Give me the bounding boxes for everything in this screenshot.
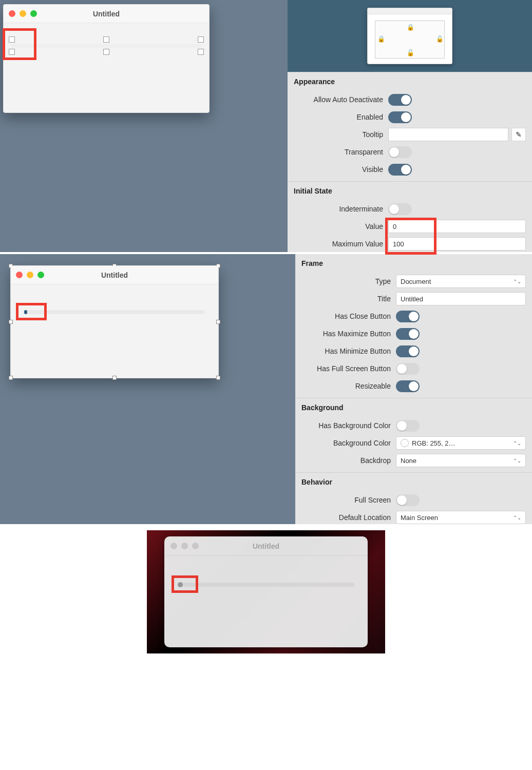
- minimize-icon[interactable]: [181, 543, 188, 549]
- has-full-screen-button-toggle[interactable]: [396, 363, 420, 375]
- select-value: RGB: 255, 2…: [412, 439, 455, 447]
- preview-window-thumb: 🔒 🔒 🔓 🔓: [367, 8, 452, 64]
- selection-handle[interactable]: [103, 36, 109, 43]
- section-heading: Background: [301, 403, 526, 412]
- row-maximum-value: Maximum Value: [294, 235, 526, 253]
- row-backdrop: Backdrop None ⌃⌄: [301, 452, 526, 469]
- has-minimize-button-toggle[interactable]: [396, 345, 420, 357]
- traffic-lights: [170, 543, 199, 549]
- row-default-location: Default Location Main Screen ⌃⌄: [301, 509, 526, 524]
- panel-2-canvas: Untitled: [0, 254, 295, 524]
- section-heading: Frame: [301, 259, 526, 267]
- has-background-color-toggle[interactable]: [396, 420, 420, 432]
- label: Value: [294, 222, 388, 230]
- chevron-updown-icon: ⌃⌄: [513, 279, 521, 284]
- runtime-background: Untitled: [147, 530, 385, 653]
- type-select[interactable]: Document ⌃⌄: [396, 275, 526, 288]
- row-has-full-screen-button: Has Full Screen Button: [301, 360, 526, 377]
- background-color-select[interactable]: RGB: 255, 2… ⌃⌄: [396, 436, 526, 450]
- label: Background Color: [301, 439, 396, 447]
- section-heading: Behavior: [301, 478, 526, 486]
- minimize-icon[interactable]: [20, 10, 26, 17]
- row-value: Value: [294, 218, 526, 235]
- label: Allow Auto Deactivate: [294, 95, 388, 104]
- row-resizeable: Resizeable: [301, 377, 526, 395]
- selection-handle[interactable]: [103, 49, 109, 55]
- label: Default Location: [301, 513, 396, 522]
- visible-toggle[interactable]: [388, 164, 412, 176]
- label: Title: [301, 295, 396, 303]
- label: Transparent: [294, 148, 388, 156]
- label: Visible: [294, 165, 388, 174]
- select-value: Main Screen: [401, 514, 438, 522]
- selection-handle[interactable]: [198, 36, 204, 43]
- chevron-updown-icon: ⌃⌄: [513, 458, 521, 464]
- label: Has Close Button: [301, 312, 396, 320]
- panel-2: Untitled Frame Type Document ⌃⌄: [0, 254, 532, 526]
- preview-area: 🔒 🔒 🔓 🔓: [288, 0, 532, 72]
- minimize-icon[interactable]: [27, 272, 33, 278]
- tooltip-input[interactable]: [388, 128, 508, 141]
- background-section: Background Has Background Color Backgrou…: [295, 398, 532, 472]
- row-transparent: Transparent: [294, 143, 526, 161]
- selection-handle[interactable]: [9, 49, 15, 55]
- initial-state-section: Initial State Indeterminate Value Maximu…: [288, 181, 532, 256]
- select-value: Document: [401, 278, 431, 285]
- maximize-icon[interactable]: [30, 10, 37, 17]
- panel-1-canvas: Untitled: [0, 0, 288, 252]
- close-icon[interactable]: [16, 272, 23, 278]
- label: Full Screen: [301, 496, 396, 504]
- selection-handle[interactable]: [9, 36, 15, 43]
- allow-auto-deactivate-toggle[interactable]: [388, 94, 412, 106]
- chevron-updown-icon: ⌃⌄: [513, 440, 521, 446]
- maximize-icon[interactable]: [192, 543, 199, 549]
- has-maximize-button-toggle[interactable]: [396, 328, 420, 340]
- progress-bar[interactable]: [24, 310, 205, 314]
- has-close-button-toggle[interactable]: [396, 311, 420, 322]
- window-titlebar: Untitled: [4, 5, 209, 23]
- row-has-close-button: Has Close Button: [301, 307, 526, 325]
- value-input[interactable]: [388, 220, 526, 233]
- progress-knob: [178, 582, 183, 587]
- row-has-maximize-button: Has Maximize Button: [301, 325, 526, 342]
- maximum-value-input[interactable]: [388, 237, 526, 251]
- resizeable-toggle[interactable]: [396, 380, 420, 392]
- row-has-minimize-button: Has Minimize Button: [301, 342, 526, 360]
- full-screen-toggle[interactable]: [396, 494, 420, 506]
- label: Maximum Value: [294, 240, 388, 248]
- maximize-icon[interactable]: [37, 272, 44, 278]
- label: Backdrop: [301, 456, 396, 465]
- runtime-window: Untitled: [164, 536, 368, 647]
- title-input[interactable]: [396, 292, 526, 305]
- panel-3: Untitled: [0, 526, 532, 659]
- default-location-select[interactable]: Main Screen ⌃⌄: [396, 511, 526, 524]
- progress-bar[interactable]: [11, 44, 202, 48]
- indeterminate-toggle[interactable]: [388, 203, 412, 215]
- row-has-background-color: Has Background Color: [301, 417, 526, 434]
- frame-section: Frame Type Document ⌃⌄ Title Has Close B…: [295, 254, 532, 398]
- window-titlebar: Untitled: [164, 536, 368, 556]
- progress-bar[interactable]: [178, 583, 354, 587]
- row-background-color: Background Color RGB: 255, 2… ⌃⌄: [301, 434, 526, 452]
- traffic-lights: [9, 10, 37, 17]
- close-icon[interactable]: [9, 10, 15, 17]
- label: Enabled: [294, 113, 388, 121]
- selection-handle[interactable]: [198, 49, 204, 55]
- section-heading: Initial State: [294, 187, 526, 195]
- row-tooltip: Tooltip ✎: [294, 126, 526, 143]
- inspector-panel-1: 🔒 🔒 🔓 🔓 Appearance Allow Auto Deactivate…: [288, 0, 532, 252]
- unlock-icon: 🔓: [436, 36, 442, 42]
- backdrop-select[interactable]: None ⌃⌄: [396, 454, 526, 467]
- behavior-section: Behavior Full Screen Default Location Ma…: [295, 472, 532, 524]
- close-icon[interactable]: [170, 543, 177, 549]
- label: Type: [301, 277, 396, 285]
- enabled-toggle[interactable]: [388, 111, 412, 123]
- label: Resizeable: [301, 382, 396, 390]
- inspector-panel-2: Frame Type Document ⌃⌄ Title Has Close B…: [295, 254, 532, 524]
- transparent-toggle[interactable]: [388, 146, 412, 158]
- lock-icon: 🔒: [377, 36, 384, 42]
- edit-pencil-button[interactable]: ✎: [511, 128, 526, 141]
- preview-window-2: Untitled: [10, 265, 219, 378]
- row-allow-auto-deactivate: Allow Auto Deactivate: [294, 91, 526, 108]
- progress-fill: [24, 310, 27, 314]
